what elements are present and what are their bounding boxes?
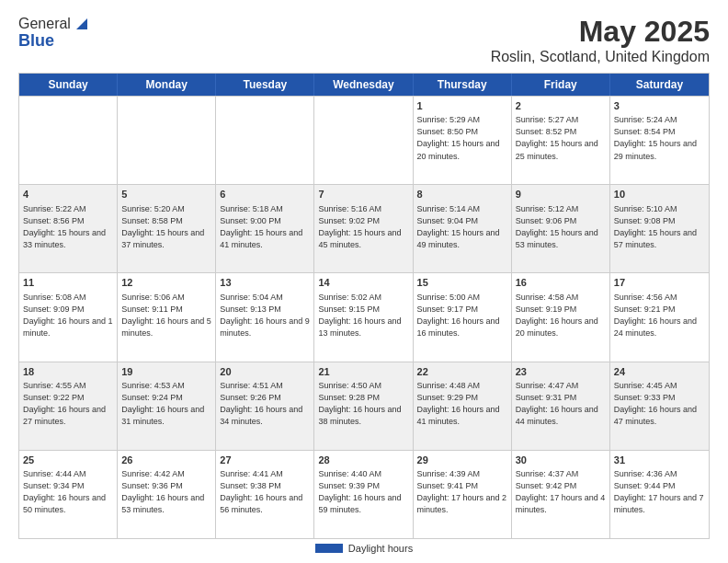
cal-cell: 1Sunrise: 5:29 AM Sunset: 8:50 PM Daylig…: [414, 97, 512, 184]
cal-cell: 28Sunrise: 4:40 AM Sunset: 9:39 PM Dayli…: [314, 451, 413, 538]
day-info: Sunrise: 4:44 AM Sunset: 9:34 PM Dayligh…: [23, 468, 113, 516]
day-info: Sunrise: 4:55 AM Sunset: 9:22 PM Dayligh…: [23, 380, 113, 428]
cal-cell: 6Sunrise: 5:18 AM Sunset: 9:00 PM Daylig…: [216, 185, 314, 272]
cal-cell: [19, 97, 118, 184]
cal-cell: [118, 97, 216, 184]
main-title: May 2025: [491, 15, 710, 49]
cal-cell: 8Sunrise: 5:14 AM Sunset: 9:04 PM Daylig…: [414, 185, 512, 272]
cal-cell: 30Sunrise: 4:37 AM Sunset: 9:42 PM Dayli…: [512, 451, 610, 538]
logo: General Blue: [18, 15, 91, 51]
day-info: Sunrise: 5:29 AM Sunset: 8:50 PM Dayligh…: [417, 114, 507, 162]
cal-cell: 29Sunrise: 4:39 AM Sunset: 9:41 PM Dayli…: [414, 451, 512, 538]
cal-cell: 26Sunrise: 4:42 AM Sunset: 9:36 PM Dayli…: [118, 451, 216, 538]
cal-cell: 16Sunrise: 4:58 AM Sunset: 9:19 PM Dayli…: [512, 273, 610, 361]
day-number: 13: [220, 276, 310, 290]
day-number: 6: [220, 188, 310, 201]
day-number: 12: [121, 276, 211, 290]
day-number: 19: [121, 365, 211, 379]
title-block: May 2025 Roslin, Scotland, United Kingdo…: [491, 15, 710, 65]
day-number: 29: [417, 454, 507, 467]
day-number: 2: [516, 99, 606, 113]
cal-cell: 2Sunrise: 5:27 AM Sunset: 8:52 PM Daylig…: [512, 97, 610, 184]
cal-cell: 7Sunrise: 5:16 AM Sunset: 9:02 PM Daylig…: [314, 185, 413, 272]
cal-cell: 13Sunrise: 5:04 AM Sunset: 9:13 PM Dayli…: [216, 273, 314, 361]
day-info: Sunrise: 4:39 AM Sunset: 9:41 PM Dayligh…: [417, 468, 507, 516]
day-number: 14: [318, 276, 408, 290]
day-number: 10: [614, 188, 705, 201]
day-number: 25: [23, 454, 113, 467]
day-info: Sunrise: 4:40 AM Sunset: 9:39 PM Dayligh…: [318, 468, 408, 516]
weekday-thursday: Thursday: [414, 74, 512, 96]
cal-week-4: 25Sunrise: 4:44 AM Sunset: 9:34 PM Dayli…: [19, 450, 709, 538]
day-number: 5: [121, 188, 211, 201]
day-number: 27: [220, 454, 310, 467]
cal-week-1: 4Sunrise: 5:22 AM Sunset: 8:56 PM Daylig…: [19, 184, 709, 272]
day-info: Sunrise: 4:37 AM Sunset: 9:42 PM Dayligh…: [516, 468, 606, 516]
page: General Blue May 2025 Roslin, Scotland, …: [0, 0, 728, 563]
cal-cell: 11Sunrise: 5:08 AM Sunset: 9:09 PM Dayli…: [19, 273, 118, 361]
day-info: Sunrise: 5:06 AM Sunset: 9:11 PM Dayligh…: [121, 292, 211, 339]
day-info: Sunrise: 5:04 AM Sunset: 9:13 PM Dayligh…: [220, 292, 310, 339]
svg-marker-0: [76, 18, 87, 29]
cal-cell: 3Sunrise: 5:24 AM Sunset: 8:54 PM Daylig…: [610, 97, 709, 184]
cal-cell: 14Sunrise: 5:02 AM Sunset: 9:15 PM Dayli…: [314, 273, 413, 361]
day-number: 11: [23, 276, 113, 290]
day-number: 7: [318, 188, 408, 201]
cal-cell: 10Sunrise: 5:10 AM Sunset: 9:08 PM Dayli…: [610, 185, 709, 272]
day-number: 26: [121, 454, 211, 467]
day-number: 17: [614, 276, 705, 290]
daylight-label: Daylight hours: [348, 543, 413, 554]
day-number: 8: [417, 188, 507, 201]
weekday-sunday: Sunday: [19, 74, 118, 96]
subtitle: Roslin, Scotland, United Kingdom: [491, 49, 710, 65]
cal-cell: 17Sunrise: 4:56 AM Sunset: 9:21 PM Dayli…: [610, 273, 709, 361]
cal-cell: 25Sunrise: 4:44 AM Sunset: 9:34 PM Dayli…: [19, 451, 118, 538]
cal-cell: 21Sunrise: 4:50 AM Sunset: 9:28 PM Dayli…: [314, 362, 413, 450]
logo-blue-text: Blue: [18, 31, 91, 51]
day-info: Sunrise: 5:08 AM Sunset: 9:09 PM Dayligh…: [23, 292, 113, 339]
header: General Blue May 2025 Roslin, Scotland, …: [18, 15, 710, 65]
day-number: 16: [516, 276, 606, 290]
day-number: 21: [318, 365, 408, 379]
day-info: Sunrise: 5:22 AM Sunset: 8:56 PM Dayligh…: [23, 203, 113, 251]
day-info: Sunrise: 4:53 AM Sunset: 9:24 PM Dayligh…: [121, 380, 211, 428]
day-number: 23: [516, 365, 606, 379]
day-info: Sunrise: 5:27 AM Sunset: 8:52 PM Dayligh…: [516, 114, 606, 162]
day-info: Sunrise: 4:45 AM Sunset: 9:33 PM Dayligh…: [614, 380, 705, 428]
weekday-wednesday: Wednesday: [314, 74, 413, 96]
cal-week-2: 11Sunrise: 5:08 AM Sunset: 9:09 PM Dayli…: [19, 272, 709, 361]
day-number: 1: [417, 99, 507, 113]
cal-cell: 9Sunrise: 5:12 AM Sunset: 9:06 PM Daylig…: [512, 185, 610, 272]
day-number: 20: [220, 365, 310, 379]
day-number: 9: [516, 188, 606, 201]
cal-cell: 12Sunrise: 5:06 AM Sunset: 9:11 PM Dayli…: [118, 273, 216, 361]
day-info: Sunrise: 5:20 AM Sunset: 8:58 PM Dayligh…: [121, 203, 211, 251]
day-info: Sunrise: 4:51 AM Sunset: 9:26 PM Dayligh…: [220, 380, 310, 428]
day-info: Sunrise: 4:47 AM Sunset: 9:31 PM Dayligh…: [516, 380, 606, 428]
footer: Daylight hours: [18, 543, 710, 554]
weekday-friday: Friday: [512, 74, 610, 96]
day-info: Sunrise: 5:10 AM Sunset: 9:08 PM Dayligh…: [614, 203, 705, 251]
cal-cell: 24Sunrise: 4:45 AM Sunset: 9:33 PM Dayli…: [610, 362, 709, 450]
day-number: 24: [614, 365, 705, 379]
day-info: Sunrise: 4:50 AM Sunset: 9:28 PM Dayligh…: [318, 380, 408, 428]
day-info: Sunrise: 5:02 AM Sunset: 9:15 PM Dayligh…: [318, 292, 408, 339]
day-info: Sunrise: 5:24 AM Sunset: 8:54 PM Dayligh…: [614, 114, 705, 162]
day-info: Sunrise: 5:14 AM Sunset: 9:04 PM Dayligh…: [417, 203, 507, 251]
cal-week-0: 1Sunrise: 5:29 AM Sunset: 8:50 PM Daylig…: [19, 96, 709, 184]
day-number: 4: [23, 188, 113, 201]
weekday-saturday: Saturday: [610, 74, 709, 96]
logo-triangle-icon: [73, 15, 91, 33]
day-info: Sunrise: 5:18 AM Sunset: 9:00 PM Dayligh…: [220, 203, 310, 251]
day-info: Sunrise: 4:42 AM Sunset: 9:36 PM Dayligh…: [121, 468, 211, 516]
day-info: Sunrise: 5:16 AM Sunset: 9:02 PM Dayligh…: [318, 203, 408, 251]
day-number: 31: [614, 454, 705, 467]
calendar-header-row: Sunday Monday Tuesday Wednesday Thursday…: [19, 74, 709, 96]
cal-cell: 20Sunrise: 4:51 AM Sunset: 9:26 PM Dayli…: [216, 362, 314, 450]
cal-cell: 5Sunrise: 5:20 AM Sunset: 8:58 PM Daylig…: [118, 185, 216, 272]
day-info: Sunrise: 4:56 AM Sunset: 9:21 PM Dayligh…: [614, 292, 705, 339]
cal-cell: 31Sunrise: 4:36 AM Sunset: 9:44 PM Dayli…: [610, 451, 709, 538]
cal-cell: 19Sunrise: 4:53 AM Sunset: 9:24 PM Dayli…: [118, 362, 216, 450]
cal-cell: 22Sunrise: 4:48 AM Sunset: 9:29 PM Dayli…: [414, 362, 512, 450]
day-number: 30: [516, 454, 606, 467]
